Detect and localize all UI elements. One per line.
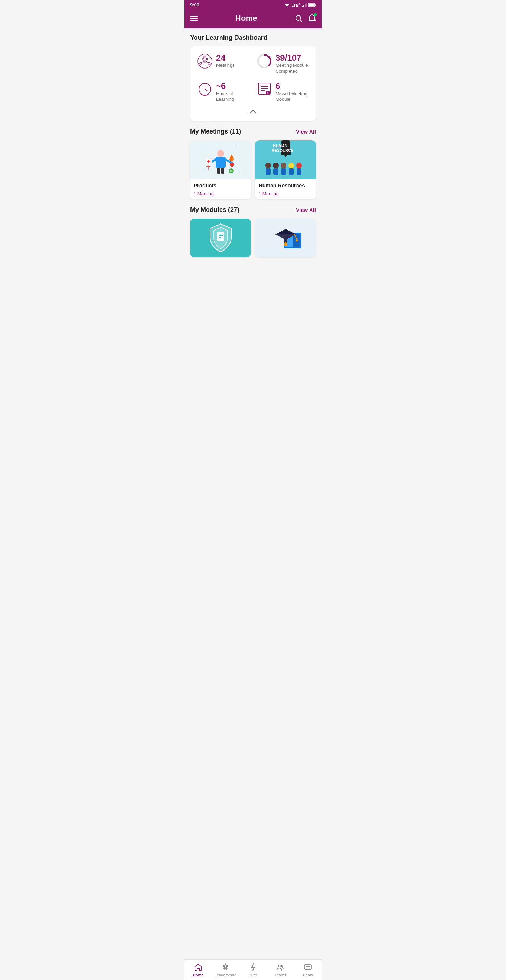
svg-text:+: + xyxy=(235,142,238,148)
hr-card-body: Human Resources 1 Meeting xyxy=(255,179,316,199)
search-button[interactable] xyxy=(295,14,302,22)
meetings-stat: 24 Meetings xyxy=(197,53,250,75)
module-2-image xyxy=(255,218,316,257)
learning-dashboard-section: Your Learning Dashboard xyxy=(190,34,316,121)
svg-point-80 xyxy=(296,239,298,242)
meetings-section-header: My Meetings (11) View All xyxy=(190,128,316,135)
meetings-view-all[interactable]: View All xyxy=(296,129,316,135)
meetings-number: 24 xyxy=(216,53,235,62)
svg-rect-61 xyxy=(281,168,286,175)
svg-line-22 xyxy=(203,58,204,59)
module-1-image xyxy=(190,218,251,257)
svg-line-23 xyxy=(206,58,207,59)
dashboard-card: 24 Meetings 39/107 Meeting Module Co xyxy=(190,46,316,121)
svg-rect-4 xyxy=(303,5,304,7)
products-card-count: 1 Meeting xyxy=(194,191,247,196)
module-card-2[interactable] xyxy=(255,218,316,257)
products-card-title: Products xyxy=(194,182,247,188)
svg-rect-63 xyxy=(289,168,294,175)
meetings-text: 24 Meetings xyxy=(216,53,235,68)
missed-module-stat: ! 6 Missed Meeting Module xyxy=(256,81,309,103)
my-modules-section: My Modules (27) View All xyxy=(190,206,316,257)
svg-text:+: + xyxy=(203,167,206,173)
products-meeting-card[interactable]: + + + + + xyxy=(190,140,251,199)
page-title: Home xyxy=(235,14,257,23)
svg-rect-3 xyxy=(302,6,303,7)
svg-point-13 xyxy=(204,56,206,58)
meetings-label: Meetings xyxy=(216,62,235,68)
svg-point-2 xyxy=(287,6,288,7)
missed-module-icon: ! xyxy=(256,81,272,97)
hr-card-title: Human Resources xyxy=(259,182,312,188)
modules-cards-row xyxy=(190,218,316,257)
svg-rect-8 xyxy=(309,3,315,6)
module-completed-number: 39/107 xyxy=(275,53,309,62)
meetings-cards-row: + + + + + xyxy=(190,140,316,199)
clock-icon xyxy=(197,81,213,97)
svg-rect-41 xyxy=(216,157,226,168)
dashboard-title: Your Learning Dashboard xyxy=(190,34,316,41)
svg-rect-44 xyxy=(217,168,220,174)
header-left xyxy=(190,16,198,21)
notification-badge xyxy=(314,13,317,16)
header-right xyxy=(295,14,316,22)
hr-card-count: 1 Meeting xyxy=(259,191,312,196)
svg-point-58 xyxy=(273,163,278,168)
stats-grid: 24 Meetings 39/107 Meeting Module Co xyxy=(197,53,309,103)
svg-text:+: + xyxy=(201,144,205,150)
modules-section-title: My Modules (27) xyxy=(190,206,239,214)
status-time: 9:00 xyxy=(190,2,199,7)
svg-rect-59 xyxy=(274,168,278,175)
svg-rect-57 xyxy=(266,168,271,175)
svg-rect-9 xyxy=(315,4,316,6)
hr-card-image: HUMAN RESOURCE xyxy=(255,140,316,179)
products-card-image: + + + + + xyxy=(190,140,251,179)
svg-point-62 xyxy=(288,163,294,168)
svg-rect-6 xyxy=(306,3,307,7)
svg-line-19 xyxy=(206,62,208,62)
products-card-body: Products 1 Meeting xyxy=(190,179,251,199)
module-completed-label: Meeting Module Completed xyxy=(275,62,309,75)
svg-text:+: + xyxy=(217,142,219,146)
meetings-section-title: My Meetings (11) xyxy=(190,128,241,135)
hr-meeting-card[interactable]: HUMAN RESOURCE Human Resources 1 Meeting xyxy=(255,140,316,199)
svg-text:$: $ xyxy=(230,169,232,173)
svg-rect-48 xyxy=(207,161,210,162)
svg-rect-65 xyxy=(297,168,301,175)
svg-rect-68 xyxy=(217,232,224,241)
modules-view-all[interactable]: View All xyxy=(296,207,316,213)
hours-learning-text: ~6 Hours of Learning xyxy=(216,81,250,103)
hours-label: Hours of Learning xyxy=(216,91,250,103)
missed-label: Missed Meeting Module xyxy=(275,91,309,103)
menu-button[interactable] xyxy=(190,16,198,21)
svg-marker-78 xyxy=(275,229,296,234)
missed-number: 6 xyxy=(275,81,309,91)
svg-text:+: + xyxy=(238,169,241,175)
svg-point-12 xyxy=(198,54,212,68)
svg-point-16 xyxy=(204,60,206,62)
svg-point-64 xyxy=(296,163,302,168)
status-icons: LTER xyxy=(284,2,316,7)
svg-line-18 xyxy=(201,62,204,62)
svg-point-56 xyxy=(265,163,271,168)
meetings-icon xyxy=(197,53,213,69)
app-header: Home xyxy=(185,10,321,29)
hours-learning-stat: ~6 Hours of Learning xyxy=(197,81,250,103)
svg-point-60 xyxy=(281,163,286,168)
svg-rect-5 xyxy=(305,3,306,7)
svg-rect-45 xyxy=(221,168,224,174)
module-progress-circle xyxy=(256,53,272,69)
svg-text:HUMAN: HUMAN xyxy=(273,144,288,148)
module-completed-stat: 39/107 Meeting Module Completed xyxy=(256,53,309,75)
svg-rect-76 xyxy=(284,234,288,243)
status-bar: 9:00 LTER xyxy=(185,0,321,10)
hours-number: ~6 xyxy=(216,81,250,91)
svg-line-28 xyxy=(205,89,208,91)
module-card-1[interactable] xyxy=(190,218,251,257)
svg-text:!: ! xyxy=(267,91,269,95)
notification-button[interactable] xyxy=(308,14,316,22)
svg-point-77 xyxy=(284,242,288,246)
missed-module-text: 6 Missed Meeting Module xyxy=(275,81,309,103)
lte-indicator: LTER xyxy=(291,2,301,7)
collapse-button[interactable] xyxy=(197,108,309,114)
